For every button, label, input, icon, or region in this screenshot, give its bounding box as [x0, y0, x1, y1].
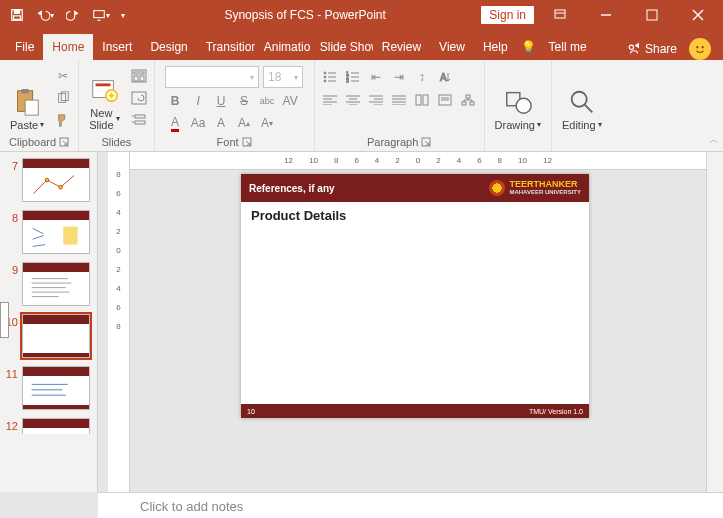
- clipboard-dialog-launcher-icon[interactable]: [59, 137, 69, 147]
- svg-rect-11: [25, 100, 38, 115]
- align-left-icon[interactable]: [320, 91, 340, 109]
- svg-rect-23: [135, 115, 145, 118]
- bullets-icon[interactable]: [320, 68, 340, 86]
- tab-animations[interactable]: Animations: [255, 34, 311, 60]
- vertical-ruler: 864202468: [108, 152, 130, 492]
- text-direction-icon[interactable]: A: [435, 68, 455, 86]
- svg-rect-19: [134, 72, 144, 74]
- tab-file[interactable]: File: [6, 34, 43, 60]
- shrink-font-icon[interactable]: A▾: [257, 114, 277, 132]
- align-right-icon[interactable]: [366, 91, 386, 109]
- svg-rect-34: [423, 95, 428, 105]
- svg-point-43: [45, 178, 49, 182]
- svg-rect-36: [466, 95, 470, 98]
- cut-icon[interactable]: ✂: [52, 66, 74, 86]
- decrease-indent-icon[interactable]: ⇤: [366, 68, 386, 86]
- slide-title[interactable]: Product Details: [241, 202, 589, 229]
- group-drawing: Drawing ▾: [485, 60, 552, 151]
- vertical-scrollbar[interactable]: [706, 152, 723, 492]
- copy-icon[interactable]: [52, 88, 74, 108]
- close-button[interactable]: [677, 0, 719, 30]
- font-color-icon[interactable]: A: [165, 114, 185, 132]
- tab-slideshow[interactable]: Slide Show: [311, 34, 373, 60]
- thumbnail-12[interactable]: 12: [0, 416, 97, 434]
- slide-footer-right: TMU/ Version 1.0: [529, 408, 583, 415]
- maximize-button[interactable]: [631, 0, 673, 30]
- customize-qat-icon[interactable]: ▾: [116, 3, 130, 27]
- minimize-button[interactable]: [585, 0, 627, 30]
- collapse-ribbon-icon[interactable]: ︿: [709, 133, 719, 147]
- italic-icon[interactable]: I: [188, 92, 208, 110]
- svg-rect-38: [470, 102, 474, 105]
- thumbnail-11[interactable]: 11: [0, 364, 97, 416]
- clear-formatting-icon[interactable]: A: [211, 114, 231, 132]
- tab-home[interactable]: Home: [43, 34, 93, 60]
- feedback-smiley-icon[interactable]: [689, 38, 711, 60]
- change-case-icon[interactable]: Aa: [188, 114, 208, 132]
- signin-button[interactable]: Sign in: [480, 5, 535, 25]
- redo-icon[interactable]: [60, 3, 86, 27]
- format-painter-icon[interactable]: [52, 110, 74, 130]
- font-name-combo[interactable]: ▾: [165, 66, 259, 88]
- slide-canvas[interactable]: References, if any TEERTHANKERMAHAVEER U…: [241, 174, 589, 418]
- svg-rect-4: [555, 10, 565, 18]
- smartart-icon[interactable]: [458, 91, 478, 109]
- group-slides: New Slide ▾ Slides: [79, 60, 154, 151]
- notes-pane[interactable]: Click to add notes: [98, 492, 723, 518]
- svg-rect-2: [14, 16, 21, 20]
- ribbon: Paste ▾ ✂ Clipboard New Slide ▾ Slides: [0, 60, 723, 152]
- paste-button[interactable]: Paste ▾: [4, 63, 50, 133]
- spacing-icon[interactable]: AV: [280, 92, 300, 110]
- thumbnail-8[interactable]: 8: [0, 208, 97, 260]
- align-center-icon[interactable]: [343, 91, 363, 109]
- tab-insert[interactable]: Insert: [93, 34, 141, 60]
- tab-transitions[interactable]: Transitions: [197, 34, 255, 60]
- svg-point-28: [324, 80, 326, 82]
- editing-button[interactable]: Editing ▾: [556, 63, 608, 133]
- tab-design[interactable]: Design: [141, 34, 196, 60]
- share-button[interactable]: Share: [621, 38, 683, 60]
- svg-point-7: [696, 46, 698, 48]
- share-label: Share: [645, 42, 677, 56]
- shadow-icon[interactable]: abc: [257, 92, 277, 110]
- line-spacing-icon[interactable]: ↕: [412, 68, 432, 86]
- section-icon[interactable]: [128, 110, 150, 130]
- strikethrough-icon[interactable]: S: [234, 92, 254, 110]
- columns-icon[interactable]: [412, 91, 432, 109]
- font-dialog-launcher-icon[interactable]: [242, 137, 252, 147]
- thumb-anchor: [0, 302, 9, 338]
- reset-icon[interactable]: [128, 88, 150, 108]
- tab-view[interactable]: View: [430, 34, 474, 60]
- increase-indent-icon[interactable]: ⇥: [389, 68, 409, 86]
- paragraph-dialog-launcher-icon[interactable]: [421, 137, 431, 147]
- thumbnail-7[interactable]: 7: [0, 156, 97, 208]
- svg-point-6: [629, 45, 633, 49]
- tab-help[interactable]: Help: [474, 34, 517, 60]
- thumbnail-9[interactable]: 9: [0, 260, 97, 312]
- svg-rect-33: [416, 95, 421, 105]
- svg-rect-45: [63, 227, 77, 245]
- slide-thumbnails[interactable]: 7 8 9 10 11: [0, 152, 98, 492]
- layout-icon[interactable]: [128, 66, 150, 86]
- slide-page-number: 10: [247, 408, 255, 415]
- grow-font-icon[interactable]: A▴: [234, 114, 254, 132]
- numbering-icon[interactable]: 123: [343, 68, 363, 86]
- new-slide-button[interactable]: New Slide ▾: [83, 63, 125, 133]
- svg-point-27: [324, 76, 326, 78]
- tellme[interactable]: Tell me: [540, 34, 596, 60]
- justify-icon[interactable]: [389, 91, 409, 109]
- font-size-combo[interactable]: 18▾: [263, 66, 303, 88]
- brand-logo: TEERTHANKERMAHAVEER UNIVERSITY: [489, 180, 581, 196]
- undo-icon[interactable]: ▾: [32, 3, 58, 27]
- tab-review[interactable]: Review: [373, 34, 430, 60]
- ribbon-display-options-icon[interactable]: [539, 0, 581, 30]
- bold-icon[interactable]: B: [165, 92, 185, 110]
- start-from-beginning-icon[interactable]: ▾: [88, 3, 114, 27]
- underline-icon[interactable]: U: [211, 92, 231, 110]
- save-icon[interactable]: [4, 3, 30, 27]
- thumbnail-10[interactable]: 10: [0, 312, 97, 364]
- align-text-icon[interactable]: [435, 91, 455, 109]
- drawing-button[interactable]: Drawing ▾: [489, 63, 547, 133]
- svg-rect-24: [135, 121, 145, 124]
- tellme-lightbulb-icon[interactable]: 💡: [517, 34, 540, 60]
